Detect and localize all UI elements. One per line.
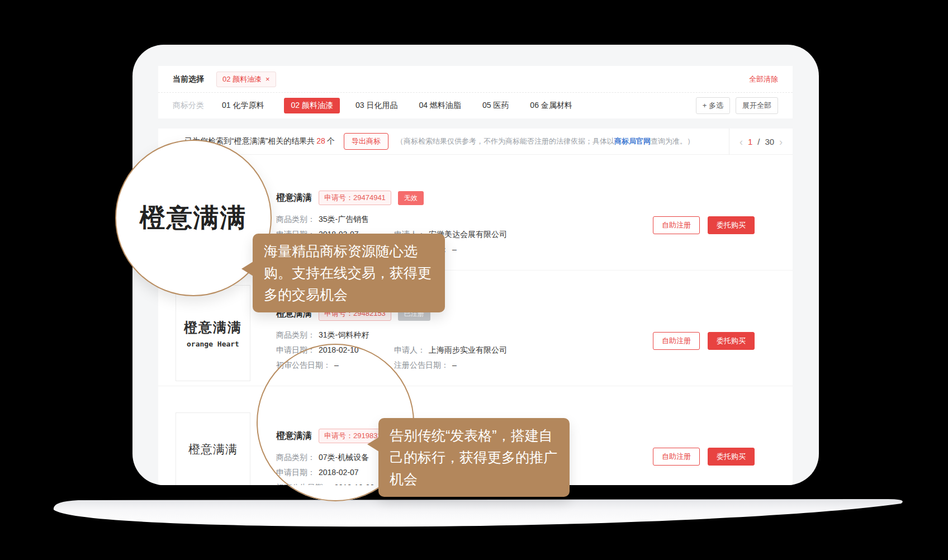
field-value: 35类-广告销售 bbox=[319, 215, 369, 225]
filter-panel: 当前选择 02 颜料油漆 × 全部清除 商标分类 01 化学原料 02 颜料油漆… bbox=[158, 66, 793, 118]
category-label: 商标分类 bbox=[173, 101, 204, 111]
remove-filter-icon[interactable]: × bbox=[266, 75, 270, 83]
results-header: 已为您检索到“橙意满满”相关的结果共28个 导出商标 （商标检索结果仅供参考，不… bbox=[158, 129, 793, 155]
category-item-03[interactable]: 03 日化用品 bbox=[354, 98, 399, 113]
row-actions: 自助注册 委托购买 bbox=[653, 332, 755, 350]
pagination: ‹ 1 / 30 › bbox=[729, 129, 793, 155]
trademark-title-line: 橙意满满 申请号：29474941 无效 bbox=[276, 191, 424, 205]
self-register-button[interactable]: 自助注册 bbox=[653, 216, 700, 234]
category-item-01[interactable]: 01 化学原料 bbox=[221, 98, 265, 113]
clear-all-button[interactable]: 全部清除 bbox=[749, 74, 778, 84]
results-disclaimer: （商标检索结果仅供参考，不作为商标能否注册的法律依据；具体以商标局官网查询为准。… bbox=[396, 136, 694, 146]
callout-bubble-trade: 海量精品商标资源随心选购。支持在线交易，获得更多的交易机会 bbox=[253, 234, 445, 312]
category-item-05[interactable]: 05 医药 bbox=[481, 98, 510, 113]
disclaimer-post: 查询为准。） bbox=[651, 137, 694, 145]
results-summary-middle: 相关的结果共 bbox=[268, 136, 315, 145]
disclaimer-pre: （商标检索结果仅供参考，不作为商标能否注册的法律依据；具体以 bbox=[396, 137, 614, 145]
application-number-tag: 申请号：29474941 bbox=[319, 191, 391, 205]
export-trademarks-button[interactable]: 导出商标 bbox=[344, 133, 388, 150]
entrust-purchase-button[interactable]: 委托购买 bbox=[708, 448, 755, 466]
multi-select-button[interactable]: + 多选 bbox=[696, 97, 730, 114]
trademark-image[interactable]: 橙意满满 orange Heart bbox=[176, 285, 250, 381]
field-label: 申请人： bbox=[394, 345, 425, 355]
field-value: – bbox=[452, 360, 457, 371]
self-register-button[interactable]: 自助注册 bbox=[653, 332, 700, 350]
results-keyword: “橙意满满” bbox=[231, 136, 268, 145]
trademark-name: 橙意满满 bbox=[276, 192, 312, 204]
self-register-button[interactable]: 自助注册 bbox=[653, 448, 700, 466]
pagination-total-pages: 30 bbox=[765, 137, 774, 146]
category-row: 商标分类 01 化学原料 02 颜料油漆 03 日化用品 04 燃料油脂 05 … bbox=[158, 93, 793, 118]
trademark-office-link[interactable]: 商标局官网 bbox=[614, 137, 651, 145]
category-tools: + 多选 展开全部 bbox=[696, 97, 778, 114]
entrust-purchase-button[interactable]: 委托购买 bbox=[708, 216, 755, 234]
results-unit: 个 bbox=[327, 136, 335, 145]
current-selection-row: 当前选择 02 颜料油漆 × 全部清除 bbox=[158, 66, 793, 93]
callout-bubble-promo: 告别传统“发表格”，搭建自己的标行，获得更多的推广机会 bbox=[378, 418, 570, 497]
row-actions: 自助注册 委托购买 bbox=[653, 216, 755, 234]
trademark-image-subtext: orange Heart bbox=[187, 340, 239, 348]
expand-all-button[interactable]: 展开全部 bbox=[736, 97, 778, 114]
row-actions: 自助注册 委托购买 bbox=[653, 448, 755, 466]
pagination-current-page: 1 bbox=[748, 137, 752, 146]
results-count: 28 bbox=[315, 136, 327, 145]
field-label: 商品类别： bbox=[276, 215, 315, 225]
pagination-separator: / bbox=[757, 137, 760, 146]
status-badge: 无效 bbox=[398, 191, 424, 205]
category-item-02-selected[interactable]: 02 颜料油漆 bbox=[284, 98, 339, 113]
field-value: 31类-饲料种籽 bbox=[319, 330, 369, 340]
chevron-right-icon[interactable]: › bbox=[779, 137, 783, 147]
trademark-image-text: 橙意满满 bbox=[188, 442, 238, 457]
field-value: 上海雨步实业有限公司 bbox=[429, 345, 507, 355]
chevron-left-icon[interactable]: ‹ bbox=[740, 137, 743, 147]
trademark-image-text: 橙意满满 bbox=[184, 319, 242, 336]
current-selection-label: 当前选择 bbox=[173, 74, 204, 84]
field-value: – bbox=[452, 245, 457, 255]
field-label: 注册公告日期： bbox=[394, 360, 449, 371]
entrust-purchase-button[interactable]: 委托购买 bbox=[708, 332, 755, 350]
selected-filter-tag[interactable]: 02 颜料油漆 × bbox=[216, 72, 276, 87]
category-item-04[interactable]: 04 燃料油脂 bbox=[418, 98, 462, 113]
category-item-06[interactable]: 06 金属材料 bbox=[529, 98, 573, 113]
selected-filter-tag-label: 02 颜料油漆 bbox=[222, 74, 262, 84]
magnified-trademark-text: 橙意满满 bbox=[140, 201, 247, 235]
field-label: 商品类别： bbox=[276, 330, 315, 340]
trademark-image[interactable]: 橙意满满 bbox=[176, 412, 250, 485]
